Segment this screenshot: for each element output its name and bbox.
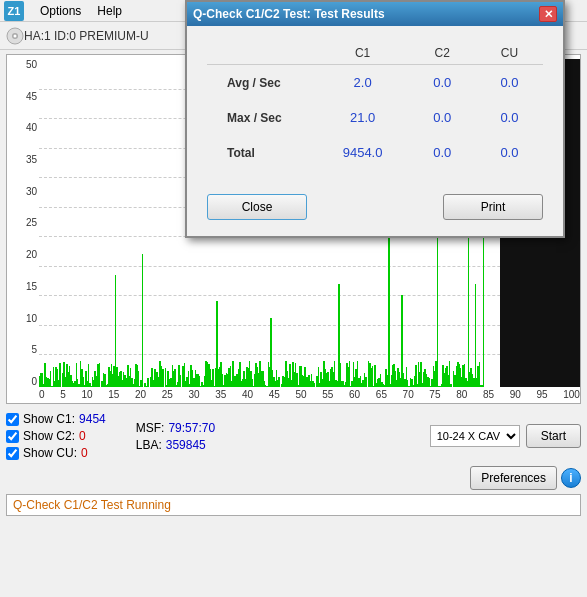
row-c1: 21.0 — [316, 100, 408, 135]
show-c1-group: Show C1: 9454 — [6, 412, 106, 426]
show-cu-label: Show CU: — [23, 446, 77, 460]
grid-line — [39, 266, 580, 267]
msf-label: MSF: — [136, 421, 165, 435]
chart-bar — [212, 369, 214, 387]
chart-bar — [138, 371, 140, 387]
chart-bar — [50, 371, 52, 387]
modal-body: C1 C2 CU Avg / Sec 2.0 0.0 0.0 Max / Sec… — [187, 26, 563, 186]
chart-x-axis: 05101520 2530354045 5055606570 758085909… — [39, 387, 580, 403]
show-cu-group: Show CU: 0 — [6, 446, 106, 460]
row-label: Avg / Sec — [207, 65, 316, 100]
c1-value: 9454 — [79, 412, 106, 426]
row-label: Total — [207, 135, 316, 170]
grid-line — [39, 325, 580, 326]
row-c2: 0.0 — [409, 65, 476, 100]
show-c2-label: Show C2: — [23, 429, 75, 443]
col-c1-header: C1 — [316, 42, 408, 65]
table-row: Total 9454.0 0.0 0.0 — [207, 135, 543, 170]
chart-bar — [365, 377, 367, 387]
row-c1: 2.0 — [316, 65, 408, 100]
row-label: Max / Sec — [207, 100, 316, 135]
chart-bar — [437, 215, 439, 387]
modal-title: Q-Check C1/C2 Test: Test Results — [193, 7, 385, 21]
row-c1: 9454.0 — [316, 135, 408, 170]
table-row: Avg / Sec 2.0 0.0 0.0 — [207, 65, 543, 100]
start-button[interactable]: Start — [526, 424, 581, 448]
lba-group: LBA: 359845 — [136, 438, 215, 452]
row-cu: 0.0 — [476, 65, 543, 100]
bottom-status-bar: Q-Check C1/C2 Test Running — [6, 494, 581, 516]
chart-bar — [59, 363, 61, 387]
modal-table: C1 C2 CU Avg / Sec 2.0 0.0 0.0 Max / Sec… — [207, 42, 543, 170]
svg-point-2 — [14, 34, 17, 37]
modal-titlebar: Q-Check C1/C2 Test: Test Results ✕ — [187, 2, 563, 26]
cu-value: 0 — [81, 446, 88, 460]
app-logo-icon: Z1 — [4, 1, 24, 21]
modal-close-x-button[interactable]: ✕ — [539, 6, 557, 22]
msf-value: 79:57:70 — [168, 421, 215, 435]
col-c2-header: C2 — [409, 42, 476, 65]
preferences-button[interactable]: Preferences — [470, 466, 557, 490]
chart-bar — [142, 254, 144, 387]
row-cu: 0.0 — [476, 100, 543, 135]
chart-bar — [479, 362, 481, 387]
show-cu-checkbox[interactable] — [6, 447, 19, 460]
chart-bar — [278, 377, 280, 387]
col-cu-header: CU — [476, 42, 543, 65]
show-c1-label: Show C1: — [23, 412, 75, 426]
status-text: Q-Check C1/C2 Test Running — [13, 498, 171, 512]
chart-bar — [162, 369, 164, 387]
row-cu: 0.0 — [476, 135, 543, 170]
modal-close-button[interactable]: Close — [207, 194, 307, 220]
grid-line — [39, 295, 580, 296]
modal-buttons: Close Print — [187, 186, 563, 236]
preferences-row: Preferences i — [0, 464, 587, 494]
speed-select[interactable]: 10-24 X CAV — [430, 425, 520, 447]
row-c2: 0.0 — [409, 100, 476, 135]
modal-dialog: Q-Check C1/C2 Test: Test Results ✕ C1 C2… — [185, 0, 565, 238]
chart-bar — [372, 366, 374, 387]
c2-value: 0 — [79, 429, 86, 443]
info-icon[interactable]: i — [561, 468, 581, 488]
menu-help[interactable]: Help — [89, 2, 130, 20]
show-c1-checkbox[interactable] — [6, 413, 19, 426]
disc-icon — [6, 27, 24, 45]
lba-value: 359845 — [166, 438, 206, 452]
modal-print-button[interactable]: Print — [443, 194, 543, 220]
menu-options[interactable]: Options — [32, 2, 89, 20]
chart-bar — [147, 378, 149, 387]
status-bar: Show C1: 9454 Show C2: 0 Show CU: 0 MSF:… — [0, 408, 587, 464]
msf-group: MSF: 79:57:70 — [136, 421, 215, 435]
chart-bar — [180, 375, 182, 387]
chart-bar — [475, 284, 477, 387]
chart-bar — [99, 363, 101, 387]
chart-bar — [468, 231, 470, 387]
device-label: HA:1 ID:0 PREMIUM-U — [24, 29, 149, 43]
grid-line — [39, 354, 580, 355]
table-row: Max / Sec 21.0 0.0 0.0 — [207, 100, 543, 135]
lba-label: LBA: — [136, 438, 162, 452]
chart-y-axis: 50 45 40 35 30 25 20 15 10 5 0 — [7, 55, 39, 403]
show-c2-group: Show C2: 0 — [6, 429, 106, 443]
chart-bar — [349, 361, 351, 387]
row-c2: 0.0 — [409, 135, 476, 170]
show-c2-checkbox[interactable] — [6, 430, 19, 443]
